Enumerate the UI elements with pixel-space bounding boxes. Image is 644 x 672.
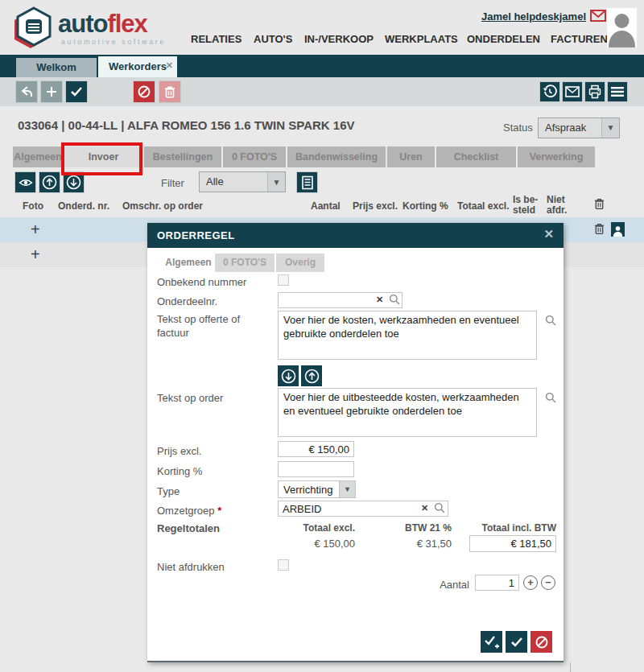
print-icon[interactable] [584,81,605,102]
totaal-excl-header: Totaal excl. [284,522,355,534]
column-divider [570,662,571,672]
tab-werkorders-label: Werkorders [109,60,167,72]
col-prijs: Prijs excl. [353,200,398,212]
omzetgroep-label-text: Omzetgroep [157,505,215,517]
totaal-incl-input[interactable] [469,535,556,552]
trash-icon[interactable] [593,197,605,213]
minus-circle-icon[interactable]: − [541,575,555,590]
onbekend-nummer-checkbox[interactable] [278,274,289,286]
check-plus-icon[interactable] [481,631,502,653]
modal-tab-fotos[interactable]: 0 FOTO'S [215,254,275,272]
tab-invoer[interactable]: Invoer [64,146,142,167]
nav-werkplaats[interactable]: WERKPLAATS [385,33,458,45]
niet-afdrukken-checkbox[interactable] [278,559,289,571]
add-row-glyph[interactable]: + [31,245,40,264]
search-icon[interactable] [434,502,445,517]
type-label: Type [157,485,180,497]
menu-icon[interactable] [607,81,628,102]
col-aantal: Aantal [311,200,341,212]
col-foto: Foto [23,200,43,212]
nav-in-verkoop[interactable]: IN-/VERKOOP [304,33,374,45]
user-link[interactable]: Jamel helpdeskjamel [448,10,586,23]
trash-icon[interactable] [159,80,181,103]
clear-icon[interactable]: ✕ [376,295,383,305]
add-row-glyph[interactable]: + [31,221,40,239]
eye-icon[interactable] [14,171,36,193]
workorder-title: 033064 | 00-44-LL | ALFA ROMEO 156 1.6 T… [18,118,355,132]
close-icon[interactable]: ✕ [543,227,554,241]
tab-checklist[interactable]: Checklist [436,146,516,167]
prijs-excl-input[interactable] [278,441,354,457]
block-icon[interactable] [133,80,155,103]
mail-icon[interactable] [562,81,583,102]
modal-header: ORDERREGEL ✕ [147,223,564,248]
search-icon[interactable] [389,294,400,308]
nav-onderdelen[interactable]: ONDERDELEN [467,33,540,45]
block-icon[interactable] [530,631,552,653]
plus-icon[interactable] [40,80,63,103]
type-value: Verrichting [283,484,332,496]
tekst-order-label: Tekst op order [157,392,223,404]
modal-tab-algemeen[interactable]: Algemeen [163,254,213,272]
search-icon[interactable] [545,315,556,329]
autoflex-logo: autoflex automotive software [11,5,180,52]
omzetgroep-label: Omzetgroep * [157,505,221,517]
tab-werkorders[interactable]: Werkorders ✕ [98,56,177,77]
filter-select[interactable]: Alle ▼ [199,171,286,192]
plus-circle-icon[interactable]: + [523,575,538,590]
workorder-titlebar: 033064 | 00-44-LL | ALFA ROMEO 156 1.6 T… [0,106,644,146]
korting-input[interactable] [278,461,354,477]
totaal-excl-value: € 150,00 [284,538,355,550]
tab-verwerking[interactable]: Verwerking [518,146,595,167]
arrow-down-circle-icon[interactable] [63,171,85,193]
filter-value: Alle [206,175,224,188]
undo-icon[interactable] [15,80,38,103]
tekst-order-textarea[interactable]: Voer hier de uitbesteedde kosten, werkza… [278,388,537,437]
modal-tab-overig[interactable]: Overig [276,254,324,272]
check-icon[interactable] [506,631,527,653]
chevron-down-icon: ▼ [267,172,285,192]
status-select[interactable]: Afspraak ▼ [538,117,620,138]
btw-header: BTW 21 % [385,522,452,534]
orderregel-modal: ORDERREGEL ✕ Algemeen 0 FOTO'S Overig On… [147,223,564,662]
btw-value: € 31,50 [385,538,452,550]
aantal-input[interactable] [475,575,519,591]
tab-bandenwisseling[interactable]: Bandenwisseling [287,146,386,167]
aantal-label: Aantal [431,579,469,591]
tab-bestellingen[interactable]: Bestellingen [144,146,221,167]
status-value: Afspraak [545,122,586,134]
nav-autos[interactable]: AUTO'S [254,33,292,45]
trash-icon[interactable] [593,222,605,239]
close-tab-icon[interactable]: ✕ [166,55,173,76]
main-tabbar: Welkom Werkorders ✕ [0,55,644,77]
col-onderd-nr: Onderd. nr. [58,200,109,212]
nav-relaties[interactable]: RELATIES [191,33,242,45]
onderdeelnr-input[interactable] [278,292,402,308]
tab-fotos[interactable]: 0 FOTO'S [223,146,286,167]
clear-icon[interactable]: ✕ [421,503,428,513]
person-icon[interactable] [611,222,625,237]
col-totaal: Totaal excl. [457,200,509,212]
arrow-up-circle-icon[interactable] [39,171,60,193]
avatar[interactable] [607,8,637,47]
search-icon[interactable] [545,392,556,406]
modal-title: ORDERREGEL [157,229,235,241]
list-icon[interactable] [296,171,318,193]
tekst-offerte-label: Tekst op offerte of factuur [157,312,262,340]
envelope-icon[interactable] [590,10,606,26]
tab-algemeen[interactable]: Algemeen [13,146,63,167]
type-select[interactable]: Verrichting ▼ [278,480,356,498]
logo-hexagon-icon [11,6,56,52]
tab-welkom[interactable]: Welkom [16,58,97,77]
nav-facturen[interactable]: FACTUREN [551,33,608,45]
tekst-offerte-textarea[interactable]: Voer hier de kosten, werkzaamheden en ev… [278,311,537,360]
col-niet-afdr: Niet afdr. [547,195,574,216]
brand-tagline: automotive software [61,38,166,46]
arrow-up-circle-icon[interactable] [301,365,322,386]
required-asterisk: * [217,505,221,517]
check-icon[interactable] [65,80,88,103]
arrow-down-circle-icon[interactable] [278,365,299,386]
tab-uren[interactable]: Uren [387,146,435,167]
regeltotalen-label: Regeltotalen [157,522,220,534]
history-icon[interactable] [539,81,560,102]
